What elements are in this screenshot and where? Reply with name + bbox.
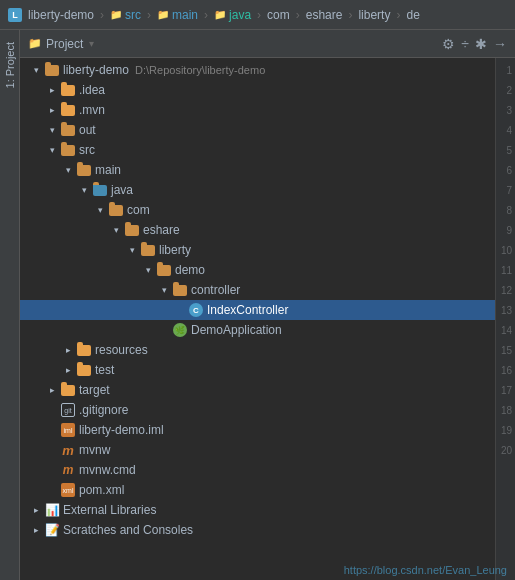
out-arrow	[44, 122, 60, 138]
line-num-9: 9	[496, 220, 515, 240]
breadcrumb-liberty: liberty	[358, 8, 390, 22]
main-arrow	[60, 162, 76, 178]
mvn-arrow	[44, 102, 60, 118]
tree-item-libertydemo-iml[interactable]: imlliberty-demo.iml	[20, 420, 495, 440]
idea-arrow	[44, 82, 60, 98]
breadcrumb-eshare: eshare	[306, 8, 343, 22]
tree-item-scratches[interactable]: 📝Scratches and Consoles	[20, 520, 495, 540]
project-name: liberty-demo	[28, 8, 94, 22]
line-num-3: 3	[496, 100, 515, 120]
mvnw-cmd-icon: m	[60, 462, 76, 478]
tree-item-liberty[interactable]: liberty	[20, 240, 495, 260]
breadcrumb-main: 📁 main	[157, 8, 198, 22]
scratches-arrow	[28, 522, 44, 538]
tree-item-mvnw[interactable]: mmvnw	[20, 440, 495, 460]
tree-item-controller[interactable]: controller	[20, 280, 495, 300]
controller-arrow	[156, 282, 172, 298]
src-label: src	[79, 143, 95, 157]
tree-item-src[interactable]: src	[20, 140, 495, 160]
idea-label: .idea	[79, 83, 105, 97]
tree-item-out[interactable]: out	[20, 120, 495, 140]
line-num-5: 5	[496, 140, 515, 160]
tree-root[interactable]: liberty-demo D:\Repository\liberty-demo	[20, 60, 495, 80]
tree-item-com[interactable]: com	[20, 200, 495, 220]
libertydemo-iml-icon: iml	[60, 422, 76, 438]
com-label: com	[127, 203, 150, 217]
title-bar: L liberty-demo › 📁 src › 📁 main › 📁 java…	[0, 0, 515, 30]
main-icon	[76, 162, 92, 178]
tree-item-resources[interactable]: resources	[20, 340, 495, 360]
DemoApplication-label: DemoApplication	[191, 323, 282, 337]
tree-item-demo[interactable]: demo	[20, 260, 495, 280]
demo-arrow	[140, 262, 156, 278]
root-icon	[44, 62, 60, 78]
controller-label: controller	[191, 283, 240, 297]
root-path: D:\Repository\liberty-demo	[135, 64, 265, 76]
scratches-label: Scratches and Consoles	[63, 523, 193, 537]
tree-item-mvn[interactable]: .mvn	[20, 100, 495, 120]
controller-icon	[172, 282, 188, 298]
tree-item-main[interactable]: main	[20, 160, 495, 180]
external-libs-icon: 📊	[44, 502, 60, 518]
tree-item-eshare[interactable]: eshare	[20, 220, 495, 240]
line-num-7: 7	[496, 180, 515, 200]
line-num-2: 2	[496, 80, 515, 100]
watermark: https://blog.csdn.net/Evan_Leung	[344, 564, 507, 576]
DemoApplication-icon: 🌿	[172, 322, 188, 338]
tree-item-external-libs[interactable]: 📊External Libraries	[20, 500, 495, 520]
line-num-19: 19	[496, 420, 515, 440]
liberty-arrow	[124, 242, 140, 258]
mvn-label: .mvn	[79, 103, 105, 117]
java-arrow	[76, 182, 92, 198]
scratches-icon: 📝	[44, 522, 60, 538]
resources-arrow	[60, 342, 76, 358]
tree-item-DemoApplication[interactable]: 🌿DemoApplication	[20, 320, 495, 340]
breadcrumb-de: de	[406, 8, 419, 22]
side-tab: 1: Project	[0, 30, 20, 580]
test-icon	[76, 362, 92, 378]
libertydemo-iml-label: liberty-demo.iml	[79, 423, 164, 437]
demo-icon	[156, 262, 172, 278]
mvnw-icon: m	[60, 442, 76, 458]
panel-header: 📁 Project ▾ ⚙ ÷ ✱ →	[20, 30, 515, 58]
pom-label: pom.xml	[79, 483, 124, 497]
target-label: target	[79, 383, 110, 397]
tree-item-IndexController[interactable]: CIndexController	[20, 300, 495, 320]
out-label: out	[79, 123, 96, 137]
filter-icon[interactable]: ÷	[461, 36, 469, 52]
tree-item-pom[interactable]: xmlpom.xml	[20, 480, 495, 500]
src-arrow	[44, 142, 60, 158]
project-panel: 📁 Project ▾ ⚙ ÷ ✱ → li	[20, 30, 515, 580]
line-num-11: 11	[496, 260, 515, 280]
src-icon	[60, 142, 76, 158]
gear-icon[interactable]: ✱	[475, 36, 487, 52]
gitignore-icon: git	[60, 402, 76, 418]
main-layout: 1: Project 📁 Project ▾ ⚙ ÷ ✱ →	[0, 30, 515, 580]
root-arrow	[28, 62, 44, 78]
IndexController-icon: C	[188, 302, 204, 318]
eshare-arrow	[108, 222, 124, 238]
tree-item-test[interactable]: test	[20, 360, 495, 380]
mvnw-cmd-label: mvnw.cmd	[79, 463, 136, 477]
java-label: java	[111, 183, 133, 197]
com-arrow	[92, 202, 108, 218]
arrow-icon[interactable]: →	[493, 36, 507, 52]
project-tab-label[interactable]: 1: Project	[2, 34, 18, 96]
tree-item-target[interactable]: target	[20, 380, 495, 400]
resources-icon	[76, 342, 92, 358]
line-num-6: 6	[496, 160, 515, 180]
settings-icon[interactable]: ⚙	[442, 36, 455, 52]
tree-item-java[interactable]: java	[20, 180, 495, 200]
test-label: test	[95, 363, 114, 377]
tree-item-gitignore[interactable]: git.gitignore	[20, 400, 495, 420]
tree-item-idea[interactable]: .idea	[20, 80, 495, 100]
line-num-4: 4	[496, 120, 515, 140]
demo-label: demo	[175, 263, 205, 277]
test-arrow	[60, 362, 76, 378]
tree-item-mvnw-cmd[interactable]: mmvnw.cmd	[20, 460, 495, 480]
target-arrow	[44, 382, 60, 398]
breadcrumb-java: 📁 java	[214, 8, 251, 22]
liberty-icon	[140, 242, 156, 258]
resources-label: resources	[95, 343, 148, 357]
line-num-14: 14	[496, 320, 515, 340]
